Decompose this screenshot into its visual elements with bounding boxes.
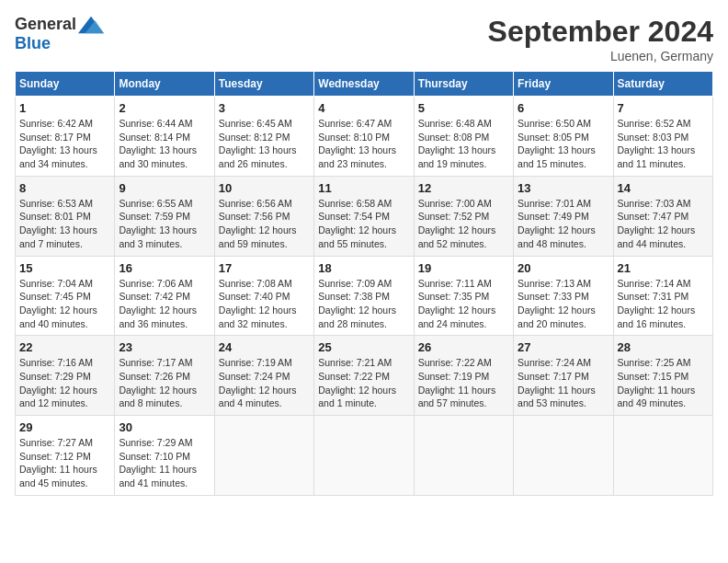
calendar-cell: 17Sunrise: 7:08 AM Sunset: 7:40 PM Dayli…	[214, 256, 313, 336]
day-info: Sunrise: 6:55 AM Sunset: 7:59 PM Dayligh…	[119, 197, 210, 251]
day-info: Sunrise: 6:45 AM Sunset: 8:12 PM Dayligh…	[219, 117, 310, 171]
day-info: Sunrise: 7:01 AM Sunset: 7:49 PM Dayligh…	[518, 197, 609, 251]
weekday-header-wednesday: Wednesday	[314, 72, 414, 97]
title-block: September 2024 Luenen, Germany	[488, 15, 713, 63]
calendar-cell: 19Sunrise: 7:11 AM Sunset: 7:35 PM Dayli…	[414, 256, 513, 336]
calendar-cell: 26Sunrise: 7:22 AM Sunset: 7:19 PM Dayli…	[414, 336, 513, 416]
logo-icon	[78, 16, 104, 34]
day-info: Sunrise: 7:00 AM Sunset: 7:52 PM Dayligh…	[418, 197, 509, 251]
calendar-week-row: 1Sunrise: 6:42 AM Sunset: 8:17 PM Daylig…	[16, 97, 713, 177]
day-number: 30	[119, 420, 210, 434]
calendar-week-row: 22Sunrise: 7:16 AM Sunset: 7:29 PM Dayli…	[16, 336, 713, 416]
day-info: Sunrise: 7:25 AM Sunset: 7:15 PM Dayligh…	[618, 356, 709, 410]
day-number: 9	[119, 181, 210, 195]
day-number: 29	[19, 420, 110, 434]
day-info: Sunrise: 7:03 AM Sunset: 7:47 PM Dayligh…	[618, 197, 709, 251]
day-number: 26	[418, 340, 509, 354]
day-info: Sunrise: 7:19 AM Sunset: 7:24 PM Dayligh…	[219, 356, 310, 410]
day-number: 7	[618, 101, 709, 115]
day-number: 13	[518, 181, 609, 195]
calendar-cell	[414, 416, 513, 496]
day-number: 21	[618, 261, 709, 275]
day-info: Sunrise: 6:44 AM Sunset: 8:14 PM Dayligh…	[119, 117, 210, 171]
calendar-cell: 18Sunrise: 7:09 AM Sunset: 7:38 PM Dayli…	[314, 256, 414, 336]
day-info: Sunrise: 7:06 AM Sunset: 7:42 PM Dayligh…	[119, 277, 210, 331]
day-info: Sunrise: 6:47 AM Sunset: 8:10 PM Dayligh…	[318, 117, 409, 171]
day-info: Sunrise: 6:48 AM Sunset: 8:08 PM Dayligh…	[418, 117, 509, 171]
location: Luenen, Germany	[488, 49, 713, 63]
calendar-cell: 24Sunrise: 7:19 AM Sunset: 7:24 PM Dayli…	[214, 336, 313, 416]
day-number: 6	[518, 101, 609, 115]
logo: General Blue	[15, 15, 104, 53]
day-number: 25	[318, 340, 409, 354]
calendar-cell: 20Sunrise: 7:13 AM Sunset: 7:33 PM Dayli…	[514, 256, 613, 336]
calendar-cell: 7Sunrise: 6:52 AM Sunset: 8:03 PM Daylig…	[613, 97, 712, 177]
day-info: Sunrise: 6:42 AM Sunset: 8:17 PM Dayligh…	[19, 117, 110, 171]
calendar-cell: 29Sunrise: 7:27 AM Sunset: 7:12 PM Dayli…	[16, 416, 115, 496]
day-info: Sunrise: 7:14 AM Sunset: 7:31 PM Dayligh…	[618, 277, 709, 331]
calendar-cell: 13Sunrise: 7:01 AM Sunset: 7:49 PM Dayli…	[514, 176, 613, 256]
day-number: 11	[318, 181, 409, 195]
page-header: General Blue September 2024 Luenen, Germ…	[15, 15, 713, 63]
day-number: 22	[19, 340, 110, 354]
day-info: Sunrise: 6:52 AM Sunset: 8:03 PM Dayligh…	[618, 117, 709, 171]
day-info: Sunrise: 6:58 AM Sunset: 7:54 PM Dayligh…	[318, 197, 409, 251]
day-number: 12	[418, 181, 509, 195]
day-info: Sunrise: 7:04 AM Sunset: 7:45 PM Dayligh…	[19, 277, 110, 331]
calendar-cell: 11Sunrise: 6:58 AM Sunset: 7:54 PM Dayli…	[314, 176, 414, 256]
calendar-week-row: 15Sunrise: 7:04 AM Sunset: 7:45 PM Dayli…	[16, 256, 713, 336]
calendar-cell	[314, 416, 414, 496]
calendar-cell: 5Sunrise: 6:48 AM Sunset: 8:08 PM Daylig…	[414, 97, 513, 177]
calendar-cell: 3Sunrise: 6:45 AM Sunset: 8:12 PM Daylig…	[214, 97, 313, 177]
weekday-header-row: SundayMondayTuesdayWednesdayThursdayFrid…	[16, 72, 713, 97]
calendar-cell: 6Sunrise: 6:50 AM Sunset: 8:05 PM Daylig…	[514, 97, 613, 177]
day-number: 23	[119, 340, 210, 354]
calendar-cell: 16Sunrise: 7:06 AM Sunset: 7:42 PM Dayli…	[115, 256, 214, 336]
day-number: 15	[19, 261, 110, 275]
day-info: Sunrise: 7:11 AM Sunset: 7:35 PM Dayligh…	[418, 277, 509, 331]
day-info: Sunrise: 7:24 AM Sunset: 7:17 PM Dayligh…	[518, 356, 609, 410]
calendar-cell: 10Sunrise: 6:56 AM Sunset: 7:56 PM Dayli…	[214, 176, 313, 256]
day-number: 2	[119, 101, 210, 115]
day-info: Sunrise: 7:27 AM Sunset: 7:12 PM Dayligh…	[19, 436, 110, 490]
calendar-cell: 4Sunrise: 6:47 AM Sunset: 8:10 PM Daylig…	[314, 97, 414, 177]
day-number: 17	[219, 261, 310, 275]
month-title: September 2024	[488, 15, 713, 49]
calendar-cell: 25Sunrise: 7:21 AM Sunset: 7:22 PM Dayli…	[314, 336, 414, 416]
day-number: 10	[219, 181, 310, 195]
day-number: 14	[618, 181, 709, 195]
day-info: Sunrise: 7:09 AM Sunset: 7:38 PM Dayligh…	[318, 277, 409, 331]
logo-blue-text: Blue	[15, 34, 51, 53]
day-info: Sunrise: 6:53 AM Sunset: 8:01 PM Dayligh…	[19, 197, 110, 251]
day-number: 27	[518, 340, 609, 354]
day-info: Sunrise: 7:08 AM Sunset: 7:40 PM Dayligh…	[219, 277, 310, 331]
calendar-cell	[613, 416, 712, 496]
day-number: 20	[518, 261, 609, 275]
weekday-header-sunday: Sunday	[16, 72, 115, 97]
day-number: 8	[19, 181, 110, 195]
day-number: 24	[219, 340, 310, 354]
weekday-header-monday: Monday	[115, 72, 214, 97]
day-number: 3	[219, 101, 310, 115]
calendar-cell: 12Sunrise: 7:00 AM Sunset: 7:52 PM Dayli…	[414, 176, 513, 256]
day-number: 1	[19, 101, 110, 115]
day-info: Sunrise: 7:13 AM Sunset: 7:33 PM Dayligh…	[518, 277, 609, 331]
day-info: Sunrise: 7:16 AM Sunset: 7:29 PM Dayligh…	[19, 356, 110, 410]
day-number: 16	[119, 261, 210, 275]
weekday-header-tuesday: Tuesday	[214, 72, 313, 97]
day-number: 5	[418, 101, 509, 115]
day-info: Sunrise: 7:21 AM Sunset: 7:22 PM Dayligh…	[318, 356, 409, 410]
day-number: 19	[418, 261, 509, 275]
calendar-cell: 21Sunrise: 7:14 AM Sunset: 7:31 PM Dayli…	[613, 256, 712, 336]
calendar-cell: 9Sunrise: 6:55 AM Sunset: 7:59 PM Daylig…	[115, 176, 214, 256]
calendar-cell: 1Sunrise: 6:42 AM Sunset: 8:17 PM Daylig…	[16, 97, 115, 177]
weekday-header-saturday: Saturday	[613, 72, 712, 97]
calendar-cell: 28Sunrise: 7:25 AM Sunset: 7:15 PM Dayli…	[613, 336, 712, 416]
calendar-week-row: 8Sunrise: 6:53 AM Sunset: 8:01 PM Daylig…	[16, 176, 713, 256]
calendar-cell: 15Sunrise: 7:04 AM Sunset: 7:45 PM Dayli…	[16, 256, 115, 336]
calendar-cell: 14Sunrise: 7:03 AM Sunset: 7:47 PM Dayli…	[613, 176, 712, 256]
calendar-week-row: 29Sunrise: 7:27 AM Sunset: 7:12 PM Dayli…	[16, 416, 713, 496]
calendar-cell: 2Sunrise: 6:44 AM Sunset: 8:14 PM Daylig…	[115, 97, 214, 177]
calendar-cell: 27Sunrise: 7:24 AM Sunset: 7:17 PM Dayli…	[514, 336, 613, 416]
calendar-cell: 8Sunrise: 6:53 AM Sunset: 8:01 PM Daylig…	[16, 176, 115, 256]
